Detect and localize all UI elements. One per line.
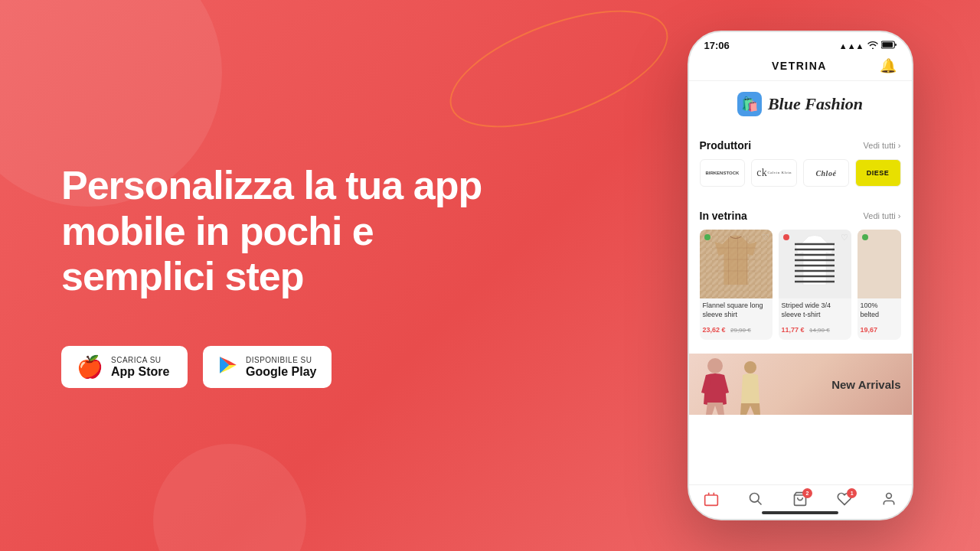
app-logo-name: Blue Fashion <box>768 94 863 114</box>
product-card-3[interactable]: 100% belted 19,67 <box>858 230 901 340</box>
signal-icon: ▲▲▲ <box>839 41 864 51</box>
nav-home[interactable] <box>704 491 719 507</box>
product-img-2: ♡ <box>779 230 851 298</box>
product-dot-1 <box>704 234 710 240</box>
appstore-label: App Store <box>111 364 169 379</box>
product-img-3 <box>858 230 901 298</box>
app-logo-icon: 🛍️ <box>737 92 762 116</box>
phone-nav-title: VETRINA <box>720 60 880 72</box>
battery-icon <box>881 41 897 51</box>
product-name-3: 100% belted <box>861 302 898 319</box>
product-dot-3 <box>862 234 868 240</box>
product-price-old-1: 29,90 € <box>730 327 751 334</box>
product-price-old-2: 14,90 € <box>809 327 830 334</box>
product-price-new-1: 23,62 € <box>703 326 726 334</box>
svg-point-17 <box>744 361 756 373</box>
phone-header: VETRINA 🔔 <box>689 54 912 81</box>
brand-diesel[interactable]: DIESE <box>855 159 901 187</box>
product-info-1: Flannel square long sleeve shirt 23,62 €… <box>700 298 773 340</box>
produttori-section: Produttori Vedi tutti › BIRKENSTOCK ckCa… <box>689 130 912 196</box>
app-logo-area: 🛍️ Blue Fashion <box>689 81 912 124</box>
left-panel: Personalizza la tua app mobile in pochi … <box>46 0 521 551</box>
banner-figure-2 <box>739 361 762 415</box>
wifi-icon <box>867 41 878 51</box>
appstore-btn-text: Scarica su App Store <box>111 356 169 379</box>
nav-profile[interactable] <box>881 491 897 507</box>
svg-point-24 <box>887 494 892 499</box>
banner-image: New Arrivals <box>689 354 912 415</box>
product-name-2: Striped wide 3/4 sleeve t-shirt <box>782 302 848 319</box>
product-img-1: ♡ <box>700 230 773 298</box>
googleplay-btn-text: DISPONIBILE SU Google Play <box>246 356 316 379</box>
bell-icon[interactable]: 🔔 <box>880 57 897 74</box>
googleplay-button[interactable]: DISPONIBILE SU Google Play <box>203 346 332 388</box>
phone-mockup: 17:06 ▲▲▲ VETRINA 🔔 🛍️ Blue Fashion <box>688 31 913 520</box>
product-card-1[interactable]: ♡ <box>700 230 773 340</box>
product-info-2: Striped wide 3/4 sleeve t-shirt 11,77 € … <box>779 298 851 340</box>
headline: Personalizza la tua app mobile in pochi … <box>61 163 505 300</box>
status-bar: 17:06 ▲▲▲ <box>689 32 912 54</box>
home-indicator <box>762 511 838 514</box>
apple-icon: 🍎 <box>77 357 103 378</box>
status-time: 17:06 <box>704 40 730 51</box>
nav-search[interactable] <box>748 491 763 507</box>
svg-line-22 <box>757 501 761 505</box>
google-play-icon <box>218 355 238 379</box>
produttori-title: Produttori <box>700 139 752 152</box>
googleplay-label: Google Play <box>246 364 316 379</box>
product-price-new-3: 19,67 <box>861 326 878 334</box>
cart-badge: 2 <box>802 488 812 498</box>
nav-cart[interactable]: 2 <box>792 491 808 507</box>
product-card-2[interactable]: ♡ <box>779 230 851 340</box>
product-dot-2 <box>783 234 789 240</box>
brand-chloe[interactable]: Chloé <box>803 159 849 187</box>
appstore-pre-label: Scarica su <box>111 356 162 364</box>
product-name-1: Flannel square long sleeve shirt <box>703 302 769 319</box>
nav-wishlist[interactable]: 1 <box>837 491 852 507</box>
brand-birkenstock[interactable]: BIRKENSTOCK <box>700 159 746 187</box>
brand-ck[interactable]: ckCalvin Klein <box>751 159 797 187</box>
produttori-link[interactable]: Vedi tutti › <box>864 141 901 150</box>
new-arrivals-banner[interactable]: New Arrivals <box>689 354 912 415</box>
phone-wrapper: 17:06 ▲▲▲ VETRINA 🔔 🛍️ Blue Fashion <box>681 23 919 528</box>
svg-rect-18 <box>704 495 717 505</box>
in-vetrina-header: In vetrina Vedi tutti › <box>700 210 901 222</box>
product-heart-1[interactable]: ♡ <box>762 233 769 243</box>
product-price-new-2: 11,77 € <box>782 326 805 334</box>
in-vetrina-link[interactable]: Vedi tutti › <box>864 211 901 220</box>
svg-rect-1 <box>882 42 893 47</box>
brands-row: BIRKENSTOCK ckCalvin Klein Chloé DIESE <box>700 159 901 187</box>
store-buttons: 🍎 Scarica su App Store DISPONIBILE SU Go… <box>61 346 505 388</box>
banner-text: New Arrivals <box>831 378 900 391</box>
in-vetrina-section: In vetrina Vedi tutti › ♡ <box>689 201 912 349</box>
in-vetrina-title: In vetrina <box>700 210 747 222</box>
banner-figure <box>700 358 730 415</box>
products-row: ♡ <box>700 230 901 340</box>
product-heart-2[interactable]: ♡ <box>841 233 848 243</box>
status-icons: ▲▲▲ <box>839 41 897 51</box>
googleplay-pre-label: DISPONIBILE SU <box>246 356 312 364</box>
svg-point-21 <box>750 494 759 503</box>
svg-point-16 <box>707 358 723 373</box>
appstore-button[interactable]: 🍎 Scarica su App Store <box>61 346 188 388</box>
product-info-3: 100% belted 19,67 <box>858 298 901 340</box>
produttori-header: Produttori Vedi tutti › <box>700 139 901 152</box>
wishlist-badge: 1 <box>847 488 857 498</box>
